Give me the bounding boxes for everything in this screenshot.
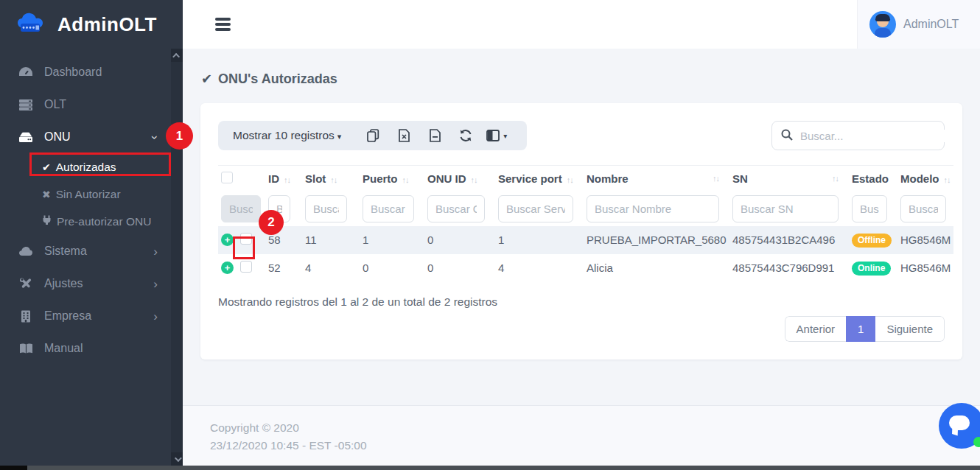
brand-logo[interactable]: AdminOLT — [0, 0, 183, 49]
filter-input-service-port[interactable] — [498, 195, 573, 222]
filter-input-select — [221, 195, 261, 222]
sidebar-item-sistema[interactable]: Sistema › — [0, 235, 171, 267]
sidebar-subitem-autorizadas[interactable]: ✔ Autorizadas — [0, 153, 171, 180]
modem-icon — [18, 132, 34, 143]
chevron-right-icon: › — [153, 310, 158, 323]
cell-puerto: 0 — [360, 254, 424, 282]
cloud-icon — [18, 246, 34, 256]
filter-input-modelo[interactable] — [900, 195, 946, 222]
online-status-dot — [973, 437, 980, 447]
pagination-next-button[interactable]: Siguiente — [875, 316, 945, 342]
filter-input-onu-id[interactable] — [427, 195, 485, 222]
cell-nombre: PRUEBA_IMPORTAR_5680 — [584, 226, 729, 254]
scroll-up-arrow[interactable] — [171, 49, 183, 62]
caret-down-icon: ▾ — [503, 132, 507, 140]
sidebar-subitem-sin-autorizar[interactable]: ✖ Sin Autorizar — [0, 180, 171, 208]
filter-input-slot[interactable] — [305, 195, 347, 222]
copyright-text: Copyright © 2020 — [210, 419, 980, 437]
cell-modelo: HG8546M — [897, 226, 953, 254]
column-header-slot[interactable]: Slot↑↓ — [302, 166, 360, 192]
column-header-onu-id[interactable]: ONU ID↑↓ — [424, 166, 495, 192]
user-menu[interactable]: AdminOLT — [857, 0, 980, 49]
cell-sn: 48575443C796D991 — [729, 254, 849, 282]
expand-row-button[interactable]: + — [221, 262, 234, 274]
cell-onu-id: 0 — [424, 226, 495, 254]
refresh-icon — [459, 129, 472, 142]
filter-input-id[interactable] — [268, 195, 290, 222]
check-icon: ✔ — [42, 161, 51, 173]
cell-id: 52 — [265, 254, 302, 282]
sidebar-item-label: ONU — [44, 130, 71, 144]
search-box — [771, 121, 945, 150]
column-header-nombre[interactable]: Nombre↑↓ — [584, 166, 729, 192]
server-icon — [18, 99, 34, 111]
sidebar-scrollbar[interactable] — [171, 49, 183, 466]
sort-icon: ↑↓ — [567, 175, 573, 184]
gauge-icon — [18, 66, 34, 78]
main-content: ✔ ONU's Autorizadas Mostrar 10 registros… — [183, 49, 980, 466]
cell-nombre: Alicia — [584, 254, 729, 282]
datetime-text: 23/12/2020 10:45 - EST -05:00 — [210, 437, 980, 455]
horizontal-scrollbar[interactable] — [0, 466, 980, 470]
filter-input-estado[interactable] — [852, 195, 887, 222]
sidebar-item-label: Dashboard — [44, 66, 102, 79]
filter-input-sn[interactable] — [732, 195, 839, 222]
excel-export-icon — [399, 129, 410, 142]
pagination-page-1[interactable]: 1 — [846, 316, 875, 342]
expand-row-button[interactable]: + — [221, 234, 234, 246]
column-header-sn[interactable]: SN↑↓ — [729, 166, 849, 192]
sidebar-subitem-label: Pre-autorizar ONU — [57, 215, 151, 228]
copy-button[interactable] — [357, 129, 388, 142]
cloud-router-logo-icon — [16, 12, 50, 38]
sidebar-item-olt[interactable]: OLT — [0, 88, 171, 121]
sidebar-item-label: Sistema — [44, 245, 87, 258]
sort-icon: ↑↓ — [944, 175, 951, 184]
chat-widget-button[interactable] — [939, 403, 980, 449]
select-all-checkbox[interactable] — [221, 172, 233, 183]
topbar: AdminOLT — [183, 0, 980, 49]
sort-icon: ↑↓ — [284, 175, 290, 184]
horizontal-scrollbar-thumb[interactable] — [27, 466, 980, 470]
search-icon — [781, 129, 793, 143]
row-checkbox[interactable] — [240, 233, 252, 245]
pagination-prev-button[interactable]: Anterior — [785, 316, 847, 342]
pagination: Anterior 1 Siguiente — [785, 316, 945, 342]
book-icon — [18, 343, 34, 354]
row-checkbox[interactable] — [240, 261, 252, 273]
cell-puerto: 1 — [360, 226, 424, 254]
cell-slot: 4 — [302, 254, 360, 282]
column-header-modelo[interactable]: Modelo↑↓ — [897, 166, 953, 192]
filter-input-nombre[interactable] — [587, 195, 719, 222]
sidebar-item-empresa[interactable]: Empresa › — [0, 300, 171, 332]
sidebar: AdminOLT Dashboard OLT ONU › ✔ Autorizad… — [0, 0, 183, 466]
sidebar-subitem-label: Autorizadas — [56, 161, 116, 174]
table-info: Mostrando registros del 1 al 2 de un tot… — [218, 295, 945, 309]
sidebar-item-manual[interactable]: Manual — [0, 332, 171, 365]
sidebar-item-ajustes[interactable]: Ajustes › — [0, 267, 171, 300]
records-per-page-dropdown[interactable]: Mostrar 10 registros▾ — [233, 129, 341, 142]
cell-onu-id: 0 — [424, 254, 495, 282]
excel-export-button[interactable] — [388, 129, 419, 142]
file-export-button[interactable] — [419, 129, 450, 142]
filter-input-puerto[interactable] — [363, 195, 414, 222]
chevron-right-icon: › — [153, 245, 158, 258]
column-header-estado[interactable]: Estado — [849, 166, 897, 192]
column-visibility-button[interactable]: ▾ — [481, 130, 512, 141]
x-icon: ✖ — [42, 189, 51, 200]
column-header-puerto[interactable]: Puerto↑↓ — [360, 166, 424, 192]
table-row: + 52 4 0 0 4 Alicia 48575443C796D991 Onl… — [218, 254, 953, 282]
search-input[interactable] — [800, 130, 947, 142]
check-icon: ✔ — [201, 71, 212, 87]
sidebar-item-onu[interactable]: ONU › — [0, 121, 171, 153]
chevron-down-icon: › — [150, 135, 162, 139]
sidebar-subitem-pre-autorizar[interactable]: Pre-autorizar ONU — [0, 208, 171, 235]
sidebar-item-dashboard[interactable]: Dashboard — [0, 56, 171, 88]
hamburger-menu-icon[interactable] — [215, 15, 231, 34]
column-header-service-port[interactable]: Service port↑↓ — [495, 166, 584, 192]
refresh-button[interactable] — [450, 129, 481, 142]
plug-icon — [42, 215, 52, 228]
scroll-down-arrow[interactable] — [171, 452, 183, 466]
sort-icon: ↑↓ — [471, 175, 477, 184]
column-header-id[interactable]: ID↑↓ — [265, 166, 302, 192]
building-icon — [18, 310, 34, 323]
